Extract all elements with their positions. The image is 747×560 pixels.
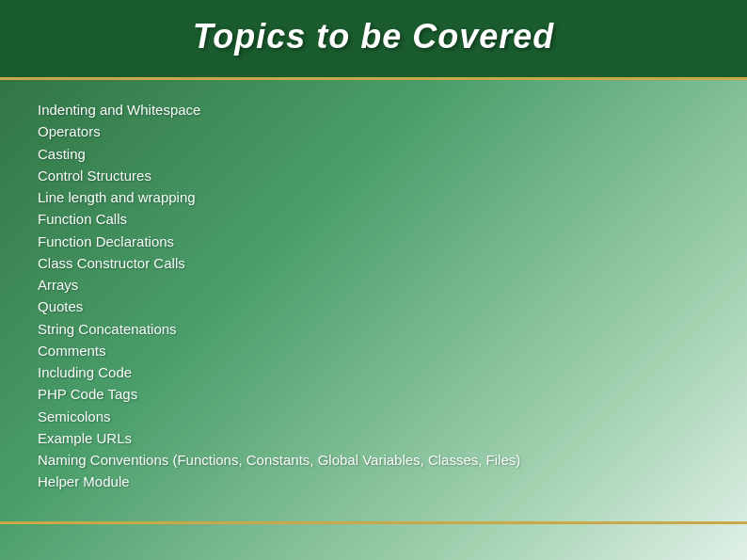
content-area: Indenting and WhitespaceOperatorsCasting… bbox=[0, 80, 747, 521]
topic-list: Indenting and WhitespaceOperatorsCasting… bbox=[38, 99, 709, 493]
list-item: Function Declarations bbox=[38, 231, 709, 252]
list-item: Line length and wrapping bbox=[38, 186, 709, 208]
slide: Topics to be Covered Indenting and White… bbox=[0, 0, 747, 560]
list-item: Class Constructor Calls bbox=[38, 252, 709, 274]
list-item: Control Structures bbox=[38, 165, 709, 186]
list-item: PHP Code Tags bbox=[38, 383, 709, 405]
footer-divider bbox=[0, 521, 747, 524]
list-item: Including Code bbox=[38, 361, 709, 383]
list-item: Arrays bbox=[38, 274, 709, 296]
slide-title: Topics to be Covered bbox=[38, 17, 709, 56]
slide-header: Topics to be Covered bbox=[0, 0, 747, 80]
list-item: Example URLs bbox=[38, 427, 709, 449]
list-item: Function Calls bbox=[38, 208, 709, 230]
list-item: Indenting and Whitespace bbox=[38, 99, 709, 120]
footer bbox=[0, 532, 747, 560]
list-item: String Concatenations bbox=[38, 318, 709, 340]
list-item: Naming Conventions (Functions, Constants… bbox=[38, 449, 709, 471]
list-item: Helper Module bbox=[38, 471, 709, 492]
list-item: Casting bbox=[38, 143, 709, 165]
list-item: Quotes bbox=[38, 296, 709, 317]
list-item: Semicolons bbox=[38, 406, 709, 427]
list-item: Comments bbox=[38, 340, 709, 361]
list-item: Operators bbox=[38, 120, 709, 142]
